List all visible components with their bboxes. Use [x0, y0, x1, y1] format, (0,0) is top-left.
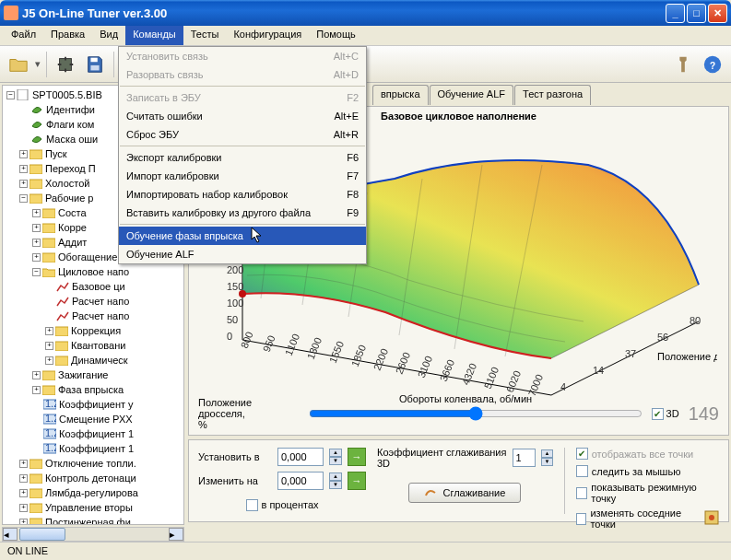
- svg-text:3100: 3100: [415, 355, 433, 379]
- change-spinner[interactable]: ▲▼: [329, 472, 342, 489]
- svg-rect-27: [29, 460, 42, 469]
- svg-text:37: 37: [625, 348, 636, 359]
- smooth-coef-input[interactable]: 1: [513, 449, 536, 467]
- option-checkbox[interactable]: изменять соседние точки: [576, 508, 695, 530]
- svg-rect-10: [42, 209, 55, 218]
- tab[interactable]: впрыска: [372, 85, 429, 105]
- tree-item[interactable]: +Управление вторы: [3, 500, 183, 515]
- save-button[interactable]: [82, 52, 108, 77]
- svg-text:0: 0: [227, 331, 232, 342]
- svg-text:4: 4: [560, 381, 566, 392]
- menu-Тесты[interactable]: Тесты: [183, 26, 227, 45]
- tool-icon[interactable]: [670, 52, 696, 77]
- tree-item[interactable]: 1.2Коэффициент 1: [3, 426, 183, 441]
- 3d-checkbox[interactable]: ✔3D: [652, 408, 679, 420]
- tree-item[interactable]: +Квантовани: [3, 338, 183, 353]
- svg-rect-14: [55, 327, 68, 336]
- svg-text:14: 14: [593, 365, 604, 376]
- tree-item[interactable]: Расчет напо: [3, 309, 183, 323]
- menu-Конфигурация[interactable]: Конфигурация: [226, 26, 309, 45]
- tree-item[interactable]: +Лямбда-регулирова: [3, 485, 183, 500]
- menu-Помощь[interactable]: Помощь: [309, 26, 363, 45]
- smooth-spinner[interactable]: ▲▼: [541, 449, 552, 466]
- set-apply-button[interactable]: →: [348, 448, 366, 466]
- smooth-coef-label: Коэффициент сглаживания 3D: [377, 447, 507, 469]
- tree-item[interactable]: Расчет напо: [3, 294, 183, 309]
- throttle-slider[interactable]: [309, 406, 643, 421]
- minimize-button[interactable]: _: [666, 4, 685, 23]
- options-icon[interactable]: [701, 510, 719, 527]
- menu-Правка[interactable]: Правка: [43, 26, 92, 45]
- tree-item[interactable]: +Отключение топли.: [3, 456, 183, 471]
- tab[interactable]: Обучение ALF: [430, 85, 514, 105]
- svg-rect-5: [18, 89, 28, 100]
- menu-item[interactable]: Сброс ЭБУAlt+R: [119, 125, 366, 144]
- tab[interactable]: Тест разгона: [514, 85, 591, 105]
- title-bar: J5 On-Line Tuner ver.3.00 _ □ ✕: [0, 0, 731, 26]
- tree-item[interactable]: 1.2Смещение РХХ: [3, 412, 183, 426]
- svg-text:1.2: 1.2: [45, 414, 56, 424]
- menu-item[interactable]: Обучение фазы впрыска: [119, 227, 366, 245]
- set-value-input[interactable]: 0,000: [277, 448, 324, 466]
- menu-item[interactable]: Разорвать связьAlt+D: [119, 65, 366, 84]
- menu-item[interactable]: Считать ошибкиAlt+E: [119, 107, 366, 125]
- set-label: Установить в: [198, 451, 272, 462]
- tree-item[interactable]: Базовое ци: [3, 279, 183, 294]
- close-button[interactable]: ✕: [708, 4, 727, 23]
- svg-text:?: ?: [710, 60, 715, 70]
- svg-rect-17: [42, 371, 55, 380]
- control-panel: Установить в 0,000 ▲▼ → Изменить на 0,00…: [188, 439, 729, 522]
- tree-item[interactable]: −Цикловое напо: [3, 264, 183, 279]
- menu-Вид[interactable]: Вид: [92, 26, 125, 45]
- commands-menu: Установить связьAlt+CРазорвать связьAlt+…: [118, 46, 367, 264]
- app-icon: [4, 6, 18, 20]
- svg-text:2200: 2200: [371, 347, 389, 372]
- svg-rect-7: [29, 165, 42, 174]
- menu-item[interactable]: Экспорт калибровкиF6: [119, 148, 366, 167]
- svg-rect-8: [29, 180, 42, 189]
- tree-item[interactable]: +Коррекция: [3, 323, 183, 338]
- set-spinner[interactable]: ▲▼: [329, 449, 342, 465]
- svg-rect-16: [55, 356, 68, 366]
- menu-item[interactable]: Установить связьAlt+C: [119, 47, 366, 65]
- svg-rect-18: [42, 386, 55, 395]
- svg-text:1.2: 1.2: [45, 399, 56, 409]
- menu-Команды[interactable]: Команды: [125, 26, 183, 45]
- option-checkbox[interactable]: следить за мышью: [576, 465, 681, 477]
- svg-text:5100: 5100: [481, 366, 500, 391]
- help-button[interactable]: ?: [700, 52, 725, 77]
- tree-item[interactable]: +Контроль детонаци: [3, 471, 183, 485]
- svg-rect-11: [42, 224, 55, 233]
- status-bar: ON LINE: [0, 542, 731, 560]
- open-button[interactable]: [6, 52, 31, 77]
- svg-rect-2: [90, 64, 99, 70]
- svg-text:50: 50: [227, 314, 238, 325]
- menu-item[interactable]: Записать в ЭБУF2: [119, 88, 366, 107]
- tree-scrollbar[interactable]: ◂▸: [2, 527, 184, 542]
- change-apply-button[interactable]: →: [348, 472, 366, 490]
- tree-item[interactable]: 1.2Коэффициент у: [3, 397, 183, 412]
- svg-text:2600: 2600: [393, 351, 411, 376]
- svg-rect-29: [29, 489, 42, 498]
- menu-bar: ФайлПравкаВидКомандыТестыКонфигурацияПом…: [0, 26, 731, 46]
- tree-item[interactable]: +Фаза впрыска: [3, 382, 183, 397]
- svg-text:6020: 6020: [503, 369, 522, 394]
- maximize-button[interactable]: □: [687, 4, 706, 23]
- menu-item[interactable]: Вставить калибровку из другого файлаF9: [119, 204, 366, 222]
- download-chip-button[interactable]: [53, 52, 78, 77]
- change-value-input[interactable]: 0,000: [277, 472, 324, 490]
- tree-item[interactable]: +Зажигание: [3, 368, 183, 382]
- smooth-button[interactable]: Сглаживание: [408, 483, 521, 503]
- svg-text:1850: 1850: [348, 344, 367, 368]
- tree-item[interactable]: 1.2Коэффициент 1: [3, 441, 183, 456]
- option-checkbox[interactable]: показывать режимную точку: [576, 482, 719, 504]
- menu-item[interactable]: Обучение ALF: [119, 245, 366, 263]
- menu-Файл[interactable]: Файл: [4, 26, 43, 45]
- svg-rect-30: [29, 504, 42, 513]
- svg-text:80: 80: [690, 315, 701, 326]
- tree-item[interactable]: +Постинжерная фи: [3, 515, 183, 525]
- tree-item[interactable]: +Динамическ: [3, 353, 183, 368]
- percent-checkbox[interactable]: в процентах: [246, 499, 319, 511]
- menu-item[interactable]: Импорт калибровкиF7: [119, 167, 366, 185]
- menu-item[interactable]: Импортировать набор калибровокF8: [119, 185, 366, 204]
